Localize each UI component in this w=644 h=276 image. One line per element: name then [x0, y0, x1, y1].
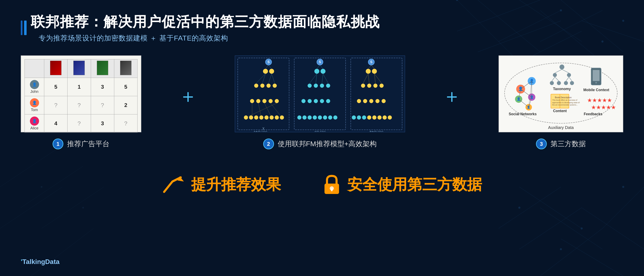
svg-text:S: S [267, 60, 270, 64]
accent-bar-thin [21, 20, 22, 35]
step-text-2: 使用联邦FM推荐模型+高效架构 [278, 139, 377, 149]
aux-label: Auxiliary Data [548, 125, 574, 130]
main-title: 联邦推荐：解决用户促活中的第三方数据面临隐私挑战 [31, 12, 380, 31]
step-label-1: 1 推荐广告平台 [52, 138, 110, 149]
svg-text:Mobile Context: Mobile Context [583, 88, 609, 92]
svg-point-68 [262, 99, 266, 103]
svg-text:Taxonomy: Taxonomy [553, 87, 571, 91]
avatar-john: 👤 [30, 80, 39, 89]
nn-svg: X A⊗(0,1)(x) Δ(0,1)(x) B⊗(0,1)(x) [235, 56, 405, 132]
svg-point-43 [249, 116, 253, 120]
svg-point-103 [372, 69, 377, 74]
svg-point-54 [318, 116, 322, 120]
lock-icon [322, 174, 341, 195]
cell-3-2: ? [78, 120, 81, 127]
svg-line-159 [569, 77, 572, 81]
step-circle-2: 2 [263, 138, 274, 149]
svg-line-84 [246, 103, 277, 118]
svg-point-90 [308, 84, 312, 88]
svg-text:approaches to developing state: approaches to developing state-of- [552, 102, 580, 104]
svg-line-154 [555, 69, 562, 73]
svg-line-157 [555, 77, 559, 81]
svg-line-122 [368, 65, 371, 69]
title-bar: 联邦推荐：解决用户促活中的第三方数据面临隐私挑战 专为推荐场景设计的加密数据建模… [21, 12, 380, 43]
svg-point-76 [357, 99, 361, 103]
svg-line-120 [322, 74, 323, 83]
step-text-1: 推荐广告平台 [67, 139, 110, 149]
svg-point-91 [314, 84, 318, 88]
svg-line-32 [31, 228, 94, 276]
svg-point-48 [275, 116, 279, 120]
svg-line-18 [540, 228, 602, 276]
svg-point-59 [357, 116, 361, 120]
bottom-section: 提升推荐效果 安全使用第三方数据 [21, 174, 623, 195]
svg-point-53 [313, 116, 317, 120]
svg-point-61 [367, 116, 372, 120]
logo: 'TalkingData [21, 258, 60, 266]
svg-point-50 [297, 116, 302, 120]
svg-point-27 [560, 248, 562, 250]
svg-line-123 [371, 65, 374, 69]
svg-point-75 [326, 99, 330, 103]
svg-line-114 [268, 74, 272, 83]
svg-line-119 [316, 74, 317, 83]
avatar-tom: 👤 [30, 98, 39, 107]
svg-point-63 [378, 116, 382, 120]
svg-point-92 [320, 84, 324, 88]
svg-point-72 [308, 99, 312, 103]
svg-rect-162 [593, 70, 600, 81]
svg-line-110 [266, 65, 268, 69]
svg-line-19 [561, 239, 623, 276]
svg-text:Δ(0,1)(x): Δ(0,1)(x) [314, 130, 326, 132]
svg-line-158 [566, 77, 569, 81]
svg-point-96 [373, 84, 378, 88]
svg-point-88 [266, 84, 271, 88]
step-label-3: 3 第三方数据 [536, 138, 586, 149]
diagram2-block: X A⊗(0,1)(x) Δ(0,1)(x) B⊗(0,1)(x) [235, 56, 405, 149]
user-alice: Alice [30, 126, 38, 130]
svg-line-121 [323, 74, 328, 83]
svg-point-94 [361, 84, 365, 88]
avatar-alice: 👤 [30, 116, 39, 126]
bottom-item-1: 提升推荐效果 [162, 175, 281, 194]
poster-3 [97, 61, 108, 75]
svg-text:S: S [370, 60, 372, 64]
svg-point-148 [553, 73, 557, 77]
svg-point-101 [320, 69, 326, 74]
svg-point-100 [314, 69, 319, 74]
svg-point-98 [263, 69, 268, 74]
cell-1-1: 5 [54, 84, 57, 90]
svg-line-111 [268, 65, 272, 69]
svg-point-45 [259, 116, 264, 120]
svg-text:Feedbacks: Feedbacks [584, 112, 602, 116]
svg-text:S: S [319, 60, 321, 64]
svg-point-56 [328, 116, 332, 120]
cell-3-1: 4 [54, 120, 57, 126]
bottom-text-2: 安全使用第三方数据 [347, 175, 482, 194]
cell-1-3: 3 [101, 84, 104, 90]
plus-sign-2: ＋ [442, 84, 461, 109]
svg-text:A⊗(0,1)(x): A⊗(0,1)(x) [254, 130, 267, 132]
diagram3-block: 👤 👤 👤 👤 👤 [498, 56, 623, 149]
aux-svg: 👤 👤 👤 👤 👤 [499, 57, 623, 125]
svg-line-126 [374, 74, 376, 83]
svg-point-89 [272, 84, 277, 88]
svg-line-20 [582, 208, 644, 249]
cell-3-3: 3 [101, 120, 104, 126]
poster-4 [120, 61, 132, 75]
svg-line-23 [540, 208, 602, 249]
svg-point-73 [314, 99, 318, 103]
svg-line-124 [363, 74, 368, 83]
user-john: John [30, 90, 38, 94]
svg-line-143 [519, 99, 529, 107]
svg-point-55 [323, 116, 327, 120]
logo-text: TalkingData [22, 258, 60, 266]
svg-line-83 [264, 103, 272, 118]
title-accent [21, 20, 26, 35]
svg-point-69 [268, 99, 273, 103]
svg-point-58 [352, 116, 356, 120]
bottom-text-1: 提升推荐效果 [191, 175, 281, 194]
step-circle-3: 3 [536, 138, 547, 149]
svg-line-115 [272, 74, 275, 83]
svg-point-52 [308, 116, 312, 120]
